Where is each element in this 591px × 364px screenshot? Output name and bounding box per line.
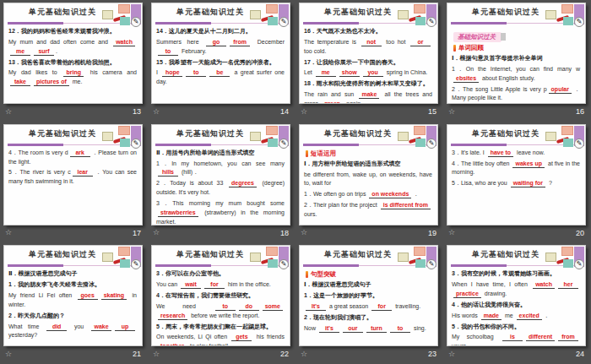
page-title: 单元基础知识过关 [164,7,257,18]
answer-blank: it's [319,325,339,333]
slide-thumbnail[interactable]: 单元基础知识过关 ✎ 短语运用 Ⅰ．用方框中所给短语的适当形式 [299,124,438,225]
slide-cell[interactable]: 单元基础知识过关 ✎ 3．我有空的时候，常观看她练习画画。When I have… [443,242,591,364]
answer-blank: wake [91,323,111,331]
slide-footer: ☆ 13 [3,104,143,118]
slide-thumbnail[interactable]: 单元基础知识过关 ✎ 14．这儿的夏天是从十二月到二月。Summers here… [151,3,290,104]
animation-star-icon[interactable]: ☆ [448,108,455,116]
answer-blank: not [361,39,382,46]
slide-thumbnail[interactable]: 单元基础知识过关 ✎ 12．我的妈妈和爸爸经常来观看我冲浪。My mum and… [3,3,143,104]
paragraph: The rain and sun make all the trees and … [304,90,432,104]
slide-thumbnail[interactable]: 单元基础知识过关 ✎ 4．The room is very dark．Pleas… [3,124,143,225]
teal-block [120,139,130,147]
slide-header: 单元基础知识过关 ✎ [300,125,437,147]
slide-thumbnail[interactable]: 单元基础知识过关 ✎ 3．我有空的时候，常观看她练习画画。When I have… [447,245,586,346]
text-run: 17．让我给你展示一下中国的春天。 [304,59,399,65]
paragraph: The temperature is not too hot or too co… [304,38,432,57]
accent-bar [155,22,211,24]
slide-cell[interactable]: 单元基础知识过关 ✎ 3．你可以在办公室等他。You can waitfor h… [148,242,296,364]
slide-thumbnail[interactable]: 单元基础知识过关 ✎ 基础知识过关 单词回顾 Ⅰ．根据句意及首字 [447,3,586,104]
teal-block [120,17,130,25]
animation-star-icon[interactable]: ☆ [448,229,455,236]
text-run: The temperature is [304,39,360,45]
answer-blank: pictures of [34,79,69,86]
accent-bar [155,264,211,267]
slide-thumbnail[interactable]: 单元基础知识过关 ✎ 16．天气既不太热也不太冷。The temperature… [299,3,438,104]
answer-blank: watch [113,39,135,46]
animation-star-icon[interactable]: ☆ [301,350,307,358]
page-title: 单元基础知识过关 [16,128,109,139]
text-run: When I have time, I often [452,281,531,287]
text-run: 3．It's late. I [452,149,486,155]
slide-cell[interactable]: 单元基础知识过关 ✎ 16．天气既不太热也不太冷。The temperature… [296,0,443,122]
section-label-row: 句型突破 [306,270,432,279]
text-run: 3．This morning my mum bought some [156,200,285,206]
slide-thumbnail[interactable]: 单元基础知识过关 ✎ 句型突破 Ⅰ．根据汉语意思完成句子1．这 [299,245,438,346]
text-run: his camera and [85,69,137,75]
answer-blank: goes [78,292,98,300]
slide-number: 24 [576,350,584,358]
animation-star-icon[interactable]: ☆ [153,229,160,236]
teal-block [415,259,426,268]
slide-cell[interactable]: 单元基础知识过关 ✎ 12．我的妈妈和爸爸经常来观看我冲浪。My mum and… [0,0,148,122]
paragraph: 1．我的朋友李飞冬天经常去滑冰。 [8,280,137,290]
animation-star-icon[interactable]: ☆ [5,350,12,358]
accent-bar [303,264,359,267]
slide-cell[interactable]: 单元基础知识过关 ✎ Ⅱ．根据汉语意思完成句子1．我的朋友李飞冬天经常去滑冰。M… [0,242,148,364]
slide-thumbnail[interactable]: 单元基础知识过关 ✎ Ⅱ．用括号内所给单词的适当形式填空1．In my home… [151,124,290,225]
accent-bar [303,144,359,146]
answer-blank: practice [453,291,481,298]
text-run: yours. [452,343,468,346]
text-run: 3．你可以在办公室等他。 [156,270,225,276]
text-run: February. [180,48,206,54]
teal-block [120,259,130,268]
slide-thumbnail[interactable]: 单元基础知识过关 ✎ 3．It's late. I have to leave … [447,124,586,225]
notebook-photo-block [398,253,409,262]
animation-star-icon[interactable]: ☆ [448,350,455,358]
animation-star-icon[interactable]: ☆ [5,229,12,236]
slide-thumbnail[interactable]: 单元基础知识过关 ✎ 3．你可以在办公室等他。You can waitfor h… [151,245,290,346]
animation-star-icon[interactable]: ☆ [5,108,12,116]
pen-icon: ✎ [426,259,436,269]
slide-thumbnail[interactable]: 单元基础知识过关 ✎ Ⅱ．根据汉语意思完成句子1．我的朋友李飞冬天经常去滑冰。M… [3,245,143,346]
answer-blank: did [46,323,67,331]
paragraph: Ⅰ．根据汉语意思完成句子 [304,280,432,290]
answer-blank: turn [366,325,387,333]
animation-star-icon[interactable]: ☆ [301,108,307,116]
exclamation-icon [453,45,456,52]
slide-cell[interactable]: 单元基础知识过关 ✎ Ⅱ．用括号内所给单词的适当形式填空1．In my home… [148,122,296,243]
slide-cell[interactable]: 单元基础知识过关 ✎ 4．The room is very dark．Pleas… [0,122,148,243]
animation-star-icon[interactable]: ☆ [153,108,160,116]
slide-body: 短语运用 Ⅰ．用方框中所给短语的适当形式填空be different from,… [300,147,437,220]
text-run: 1．我的朋友李飞冬天经常去滑冰。 [8,281,100,287]
paragraph: Now it'sourturnto sing. [304,324,432,334]
slide-cell[interactable]: 单元基础知识过关 ✎ 句型突破 Ⅰ．根据汉语意思完成句子1．这 [296,242,443,364]
section-label-row: 单词回顾 [453,44,580,52]
notebook-photo-block [250,132,261,141]
answer-blank: me [10,48,30,56]
slide-body: 4．The room is very dark．Please turn on t… [4,147,142,187]
paragraph: 17．让我给你展示一下中国的春天。 [304,58,432,68]
paragraph: 4．他的话让我觉得很兴奋。 [452,301,580,310]
slide-footer: ☆ 14 [151,104,290,118]
slide-number: 20 [576,229,584,237]
salmon-photo-block [266,4,278,14]
paragraph: His words made me excited． [452,312,580,321]
slide-cell[interactable]: 单元基础知识过关 ✎ 基础知识过关 单词回顾 Ⅰ．根据句意及首字 [443,0,591,122]
slide-cell[interactable]: 单元基础知识过关 ✎ 14．这儿的夏天是从十二月到二月。Summers here… [148,0,296,122]
answer-blank: from [230,39,250,46]
animation-star-icon[interactable]: ☆ [301,229,307,236]
animation-star-icon[interactable]: ☆ [153,350,160,358]
text-run: Ⅰ．用方框中所给短语的适当形式填空 [304,160,401,166]
paragraph: I hopetobe a great surfer one day. [156,68,285,87]
text-run: leave now. [515,149,545,155]
header-collage: ✎ [102,4,141,27]
text-run: 2．Their plan for the project [304,202,379,208]
slide-cell[interactable]: 单元基础知识过关 ✎ 短语运用 Ⅰ．用方框中所给短语的适当形式 [296,122,443,243]
header-collage: ✎ [250,126,289,149]
slide-header: 单元基础知识过关 ✎ [4,3,142,25]
answer-blank: waiting for [511,180,545,187]
answer-blank: up [115,323,135,331]
text-run: (hill)． [180,169,198,175]
answer-blank: our [343,325,363,333]
slide-cell[interactable]: 单元基础知识过关 ✎ 3．It's late. I have to leave … [443,122,591,243]
